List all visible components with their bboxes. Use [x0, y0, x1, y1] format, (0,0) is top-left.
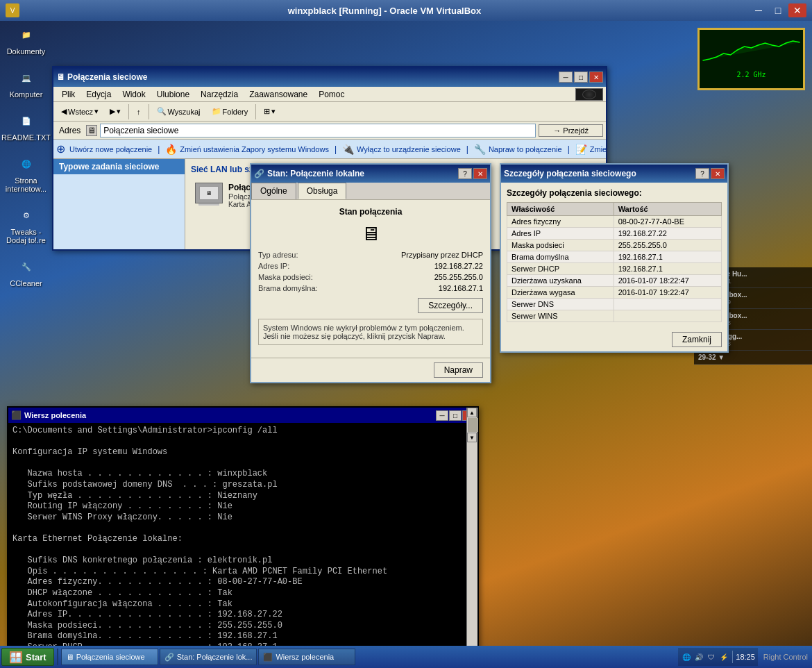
net-menu-edycja[interactable]: Edycja: [81, 88, 117, 101]
taskbar-icon-1: 🔗: [164, 653, 174, 662]
tab-obsluga[interactable]: Obsługa: [298, 183, 347, 199]
views-btn[interactable]: ⊞ ▾: [259, 105, 280, 118]
napraw-btn[interactable]: Napraw: [434, 362, 483, 378]
back-btn[interactable]: ◀ Wstecz ▾: [56, 105, 103, 118]
details-val-0: 08-00-27-77-A0-BE: [614, 216, 721, 228]
cmd-line-13: Opis . . . . . . . . . . . . . . . : Kar…: [12, 567, 473, 578]
news-item-4[interactable]: 29-32 ▼: [694, 351, 812, 365]
net-maximize-btn[interactable]: □: [574, 72, 588, 83]
right-control-label: Right Control: [761, 653, 811, 661]
net-menu-pomoc[interactable]: Pomoc: [313, 88, 350, 101]
go-btn[interactable]: → Przejdź: [539, 124, 603, 137]
details-val-8: [614, 310, 721, 322]
net-address-bar: Adres 🖥 → Przejdź: [53, 122, 606, 140]
action-repair[interactable]: Napraw to połączenie: [489, 145, 562, 153]
details-close-top-btn[interactable]: ✕: [711, 168, 725, 179]
tray-volume-icon[interactable]: 🔊: [693, 651, 704, 662]
close-button[interactable]: ✕: [788, 3, 806, 17]
details-zamknij-btn[interactable]: Zamknij: [672, 332, 722, 347]
status-row-0: Typ adresu: Przypisany przez DHCP: [258, 251, 483, 259]
up-btn[interactable]: ↑: [132, 106, 146, 118]
status-close-btn[interactable]: ✕: [473, 168, 487, 179]
net-win-title: 🖥 Połączenia sieciowe: [56, 72, 147, 82]
net-menu-widok[interactable]: Widok: [117, 88, 151, 101]
details-btn[interactable]: Szczegóły...: [418, 298, 483, 313]
cmd-maximize-btn[interactable]: □: [449, 410, 462, 421]
net-menu-ulubione[interactable]: Ulubione: [151, 88, 195, 101]
tray-network-icon[interactable]: 🌐: [681, 651, 692, 662]
cmd-title-bar: ⬛ Wiersz polecenia ─ □ ✕: [8, 408, 477, 423]
details-val-4: 192.168.27.1: [614, 263, 721, 275]
details-prop-2: Maska podsieci: [507, 240, 614, 251]
icon-internet[interactable]: 🌐 Strona internetow...: [0, 150, 52, 196]
icon-ccleaner[interactable]: 🔧 CCleaner: [0, 253, 52, 290]
start-button[interactable]: 🪟 Start: [1, 648, 54, 666]
net-menu-narzedzia[interactable]: Narzędzia: [195, 88, 244, 101]
tray-security-icon[interactable]: 🛡: [706, 651, 717, 662]
forward-btn[interactable]: ▶ ▾: [105, 105, 126, 118]
folders-btn[interactable]: 📁 Foldery: [207, 105, 253, 118]
tray-power-icon[interactable]: ⚡: [718, 651, 729, 662]
internet-icon: 🌐: [15, 153, 37, 175]
scroll-up-arrow[interactable]: ▲: [467, 408, 477, 417]
details-help-btn[interactable]: ?: [695, 168, 709, 179]
action-change[interactable]: Zmień: [590, 145, 606, 153]
action-disable[interactable]: Wyłącz to urządzenie sieciowe: [357, 145, 461, 153]
status-tabs: Ogólne Obsługa: [251, 183, 490, 200]
status-conn-icon: 🖥: [361, 222, 380, 245]
net-close-btn[interactable]: ✕: [589, 72, 603, 83]
status-help-btn[interactable]: ?: [458, 168, 472, 179]
net-menu-plik[interactable]: Plik: [56, 88, 81, 101]
folders-icon: 📁: [212, 107, 221, 116]
toolbar-sep-3: [255, 104, 256, 119]
task-panel-title: Typowe zadania sieciowe: [53, 159, 185, 174]
tab-ogolne[interactable]: Ogólne: [251, 183, 296, 199]
documents-icon: 📁: [15, 24, 37, 46]
cmd-scrollbar[interactable]: ▲ ▼: [466, 408, 477, 646]
details-val-5: 2016-01-07 18:22:47: [614, 275, 721, 287]
cmd-minimize-btn[interactable]: ─: [436, 410, 448, 421]
action-sep-2: |: [335, 144, 337, 154]
go-arrow-icon: →: [553, 126, 563, 135]
details-row-1: Adres IP192.168.27.22: [507, 228, 722, 240]
main-title: winxpblack [Running] - Oracle VM Virtual…: [19, 6, 750, 16]
details-table: Właściwość Wartość Adres fizyczny08-00-2…: [507, 202, 722, 322]
icon-tweaks[interactable]: ⚙ Tweaks - Dodaj to!.re: [0, 201, 52, 247]
fwd-dropdown-icon: ▾: [117, 107, 121, 116]
cmd-line-8: Serwer WINS Proxy włączony. . . . . : Ni…: [12, 512, 473, 524]
scroll-down-arrow[interactable]: ▼: [467, 433, 477, 442]
cmd-line-2: Konfiguracja IP systemu Windows: [12, 447, 473, 458]
cmd-line-17: Adres IP. . . . . . . . . . . . . . : 19…: [12, 610, 473, 621]
icon-computer[interactable]: 💻 Komputer: [0, 64, 52, 101]
taskbar-item-1[interactable]: 🔗 Stan: Połączenie lok...: [160, 649, 257, 665]
scroll-thumb[interactable]: [468, 418, 478, 432]
icon-readme[interactable]: 📄 README.TXT: [0, 107, 52, 144]
status-win-controls: ? ✕: [458, 168, 487, 179]
action-firewall[interactable]: Zmień ustawienia Zapory systemu Windows: [180, 145, 329, 153]
address-label: Adres: [56, 124, 83, 137]
details-prop-6: Dzierżawa wygasa: [507, 287, 614, 299]
maximize-button[interactable]: □: [769, 3, 787, 17]
taskbar-item-0[interactable]: 🖥 Połączenia sieciowe: [61, 649, 158, 665]
status-btn-row: Napraw: [251, 358, 490, 382]
net-menu-zaawansowane[interactable]: Zaawansowane: [244, 88, 313, 101]
details-title-bar: Szczegóły połączenia sieciowego ? ✕: [501, 165, 727, 183]
forward-icon: ▶: [110, 107, 115, 116]
details-row-5: Dzierżawa uzyskana2016-01-07 18:22:47: [507, 275, 722, 287]
action-new-connection[interactable]: Utwórz nowe połączenie: [69, 145, 152, 153]
back-icon: ◀: [61, 107, 67, 116]
desktop: 📁 Dokumenty 💻 Komputer 📄 README.TXT 🌐 St…: [0, 21, 812, 646]
conn-card-icon-area: 🖥 🛡: [195, 183, 223, 203]
details-row-6: Dzierżawa wygasa2016-01-07 19:22:47: [507, 287, 722, 299]
details-val-2: 255.255.255.0: [614, 240, 721, 251]
address-input[interactable]: [100, 124, 536, 137]
taskbar-item-2[interactable]: ⬛ Wiersz polecenia: [258, 649, 355, 665]
details-row-0: Adres fizyczny08-00-27-77-A0-BE: [507, 216, 722, 228]
net-minimize-btn[interactable]: ─: [559, 72, 573, 83]
details-prop-5: Dzierżawa uzyskana: [507, 275, 614, 287]
icon-documents[interactable]: 📁 Dokumenty: [0, 21, 52, 58]
minimize-button[interactable]: ─: [750, 3, 768, 17]
search-btn[interactable]: 🔍 Wyszukaj: [152, 105, 205, 118]
system-tray: 🌐 🔊 🛡 ⚡ 18:25: [678, 648, 758, 666]
details-title-text: Szczegóły połączenia sieciowego: [504, 169, 636, 178]
